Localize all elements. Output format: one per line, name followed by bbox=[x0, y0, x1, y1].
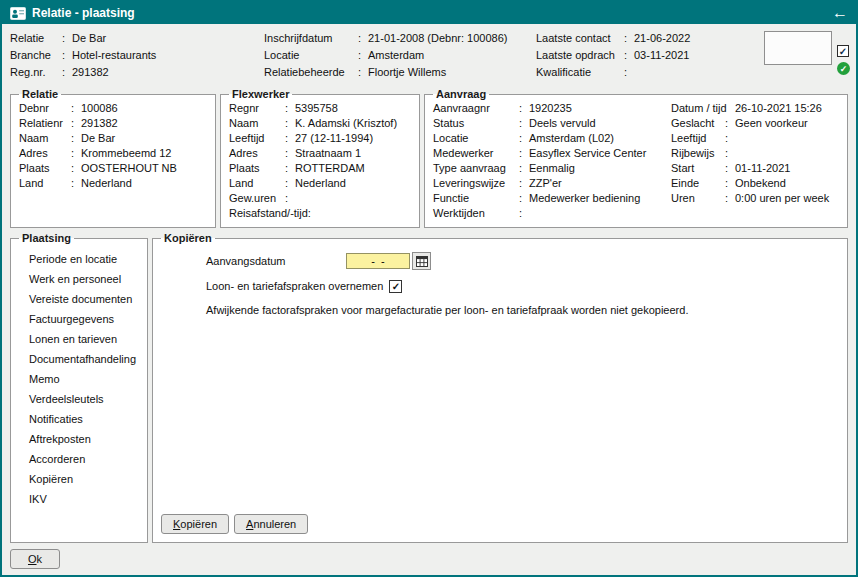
colon: : bbox=[62, 64, 72, 81]
aanvangsdatum-label: Aanvangsdatum bbox=[206, 255, 346, 267]
bottom-section: Plaatsing Periode en locatie Werk en per… bbox=[2, 228, 856, 543]
header-field: Laatste contact : 21-06-2022 bbox=[536, 30, 764, 47]
colon: : bbox=[358, 64, 368, 81]
field-label: Branche bbox=[10, 47, 62, 64]
field-row: Plaats : ROTTERDAM bbox=[229, 161, 413, 176]
aanvangsdatum-input[interactable] bbox=[346, 253, 410, 269]
plaatsing-item-periode-en-locatie[interactable]: Periode en locatie bbox=[29, 249, 141, 269]
header-field: Branche : Hotel-restaurants bbox=[10, 47, 264, 64]
kopieren-legend: Kopiëren bbox=[161, 232, 215, 244]
plaatsing-item-verdeelsleutels[interactable]: Verdeelsleutels bbox=[29, 389, 141, 409]
overnemen-row: Loon- en tariefafspraken overnemen ✓ bbox=[206, 278, 841, 294]
plaatsing-item-accorderen[interactable]: Accorderen bbox=[29, 449, 141, 469]
field-row: Leeftijd : bbox=[671, 131, 841, 146]
field-row: Medewerker : Easyflex Service Center bbox=[433, 146, 671, 161]
field-row: Regnr : 5395758 bbox=[229, 101, 413, 116]
colon: : bbox=[71, 131, 81, 146]
window-title: Relatie - plaatsing bbox=[32, 6, 135, 20]
info-fieldsets: Relatie Debnr : 100086 Relatienr : 29138… bbox=[2, 88, 856, 228]
aanvraag-fieldset: Aanvraag Aanvraagnr : 1920235 Status : D… bbox=[424, 88, 848, 228]
status-icons: ✓ ✓ bbox=[837, 45, 850, 75]
field-value: Onbekend bbox=[735, 176, 786, 191]
field-label: Relatienr bbox=[19, 116, 71, 131]
field-row: Land : Nederland bbox=[19, 176, 209, 191]
colon: : bbox=[71, 146, 81, 161]
field-row: Rijbewijs : bbox=[671, 146, 841, 161]
header-col-relatie: Relatie : De Bar Branche : Hotel-restaur… bbox=[10, 30, 264, 84]
field-label: Land bbox=[19, 176, 71, 191]
field-value: Straatnaam 1 bbox=[295, 146, 361, 161]
colon: : bbox=[725, 116, 735, 131]
plaatsing-item-aftrekposten[interactable]: Aftrekposten bbox=[29, 429, 141, 449]
colon: : bbox=[62, 30, 72, 47]
field-value: Amsterdam bbox=[368, 47, 424, 64]
flexwerker-legend: Flexwerker bbox=[229, 88, 292, 100]
field-value: Deels vervuld bbox=[529, 116, 596, 131]
field-row: Werktijden : bbox=[433, 206, 671, 221]
field-row: Start : 01-11-2021 bbox=[671, 161, 841, 176]
field-value: OOSTERHOUT NB bbox=[81, 161, 177, 176]
field-row: Naam : De Bar bbox=[19, 131, 209, 146]
field-label: Geslacht bbox=[671, 116, 725, 131]
ok-button[interactable]: Ok bbox=[10, 549, 60, 569]
colon: : bbox=[358, 47, 368, 64]
plaatsing-item-kopieren[interactable]: Kopiëren bbox=[29, 469, 141, 489]
field-label: Medewerker bbox=[433, 146, 519, 161]
relatie-plaatsing-window: Relatie - plaatsing ← Relatie : De Bar B… bbox=[0, 0, 858, 577]
field-row: Type aanvraag : Eenmalig bbox=[433, 161, 671, 176]
field-label: Reg.nr. bbox=[10, 64, 62, 81]
plaatsing-item-documentafhandeling[interactable]: Documentafhandeling bbox=[29, 349, 141, 369]
checked-checkbox-icon[interactable]: ✓ bbox=[837, 45, 849, 57]
field-value: 100086 bbox=[81, 101, 118, 116]
colon: : bbox=[71, 116, 81, 131]
field-row: Reisafstand/-tijd: bbox=[229, 206, 413, 221]
colon: : bbox=[358, 30, 368, 47]
header-field: Laatste opdrach : 03-11-2021 bbox=[536, 47, 764, 64]
plaatsing-item-ikv[interactable]: IKV bbox=[29, 489, 141, 509]
field-label: Leeftijd bbox=[229, 131, 285, 146]
plaatsing-item-notificaties[interactable]: Notificaties bbox=[29, 409, 141, 429]
field-row: Status : Deels vervuld bbox=[433, 116, 671, 131]
back-arrow-icon[interactable]: ← bbox=[832, 5, 848, 21]
plaatsing-item-factuurgegevens[interactable]: Factuurgegevens bbox=[29, 309, 141, 329]
field-label: Laatste opdrach bbox=[536, 47, 624, 64]
calendar-icon bbox=[416, 255, 428, 267]
colon: : bbox=[725, 191, 735, 206]
field-label: Relatiebeheerde bbox=[264, 64, 358, 81]
kopieren-note: Afwijkende factorafspraken voor margefac… bbox=[206, 304, 841, 316]
field-label: Leveringswijze bbox=[433, 176, 519, 191]
colon: : bbox=[519, 176, 529, 191]
field-row: Datum / tijd 26-10-2021 15:26 bbox=[671, 101, 841, 116]
overnemen-label: Loon- en tariefafspraken overnemen bbox=[206, 280, 383, 292]
kopieren-button[interactable]: Kopiëren bbox=[161, 514, 229, 534]
plaatsing-item-vereiste-documenten[interactable]: Vereiste documenten bbox=[29, 289, 141, 309]
plaatsing-item-memo[interactable]: Memo bbox=[29, 369, 141, 389]
field-value: 01-11-2021 bbox=[735, 161, 790, 176]
button-label: opiëren bbox=[180, 518, 217, 530]
field-value: Medewerker bediening bbox=[529, 191, 640, 206]
calendar-button[interactable] bbox=[412, 252, 431, 270]
field-label: Einde bbox=[671, 176, 725, 191]
loon-tariefafspraken-checkbox[interactable]: ✓ bbox=[389, 280, 402, 293]
field-label: Laatste contact bbox=[536, 30, 624, 47]
plaatsing-item-lonen-en-tarieven[interactable]: Lonen en tarieven bbox=[29, 329, 141, 349]
field-label: Adres bbox=[19, 146, 71, 161]
annuleren-button[interactable]: Annuleren bbox=[234, 514, 308, 534]
field-value: Nederland bbox=[81, 176, 132, 191]
field-value: 21-06-2022 bbox=[634, 30, 690, 47]
relation-card-icon bbox=[10, 7, 26, 20]
field-label: Inschrijfdatum bbox=[264, 30, 358, 47]
header-summary: Relatie : De Bar Branche : Hotel-restaur… bbox=[2, 24, 856, 88]
kopieren-form: Aanvangsdatum bbox=[206, 251, 841, 316]
field-value: Amsterdam (L02) bbox=[529, 131, 614, 146]
field-label: Kwalificatie bbox=[536, 64, 624, 81]
relatie-fieldset: Relatie Debnr : 100086 Relatienr : 29138… bbox=[10, 88, 216, 228]
field-label: Reisafstand/-tijd: bbox=[229, 206, 311, 221]
field-label: Gew.uren bbox=[229, 191, 285, 206]
field-row: Functie : Medewerker bediening bbox=[433, 191, 671, 206]
field-value: 27 (12-11-1994) bbox=[295, 131, 373, 146]
plaatsing-menu: Periode en locatie Werk en personeel Ver… bbox=[19, 245, 141, 509]
field-row: Gew.uren : bbox=[229, 191, 413, 206]
aanvraag-columns: Aanvraagnr : 1920235 Status : Deels verv… bbox=[433, 101, 841, 221]
plaatsing-item-werk-en-personeel[interactable]: Werk en personeel bbox=[29, 269, 141, 289]
